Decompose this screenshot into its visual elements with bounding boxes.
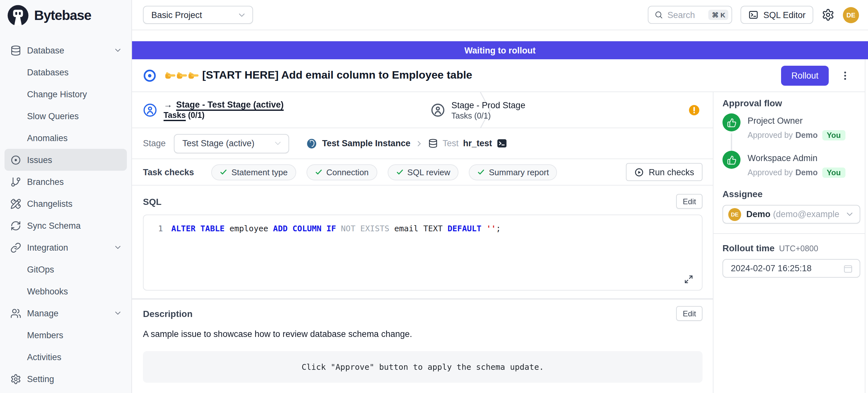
you-badge: You xyxy=(822,168,845,178)
project-selector-value: Basic Project xyxy=(151,10,202,20)
thumbs-up-icon xyxy=(727,118,736,127)
description-title: Description xyxy=(143,308,192,319)
approval-step-rail xyxy=(722,113,741,151)
chevron-down-icon xyxy=(844,209,854,219)
database-name[interactable]: hr_test xyxy=(463,139,492,148)
pointing-right-hand-icon xyxy=(188,70,199,81)
settings-gear-icon[interactable] xyxy=(822,8,835,21)
stage-selector-row: Stage Test Stage (active) Test Sample In… xyxy=(132,128,713,159)
sidebar-item-changelists[interactable]: Changelists xyxy=(4,193,127,215)
assignee-select[interactable]: DE Demo (demo@example xyxy=(722,205,860,223)
brand-name: Bytebase xyxy=(34,7,91,23)
sql-section: SQL Edit 1ALTER TABLE employee ADD COLUM… xyxy=(132,186,713,291)
sidebar-item-label: Database xyxy=(27,46,64,55)
sidebar-item-issues[interactable]: Issues xyxy=(4,149,127,171)
stage-user-icon-active xyxy=(143,103,157,117)
chevron-down-icon xyxy=(113,46,122,55)
rollout-time-input[interactable]: 2024-02-07 16:25:18 xyxy=(722,259,860,278)
sidebar-item-label: Integration xyxy=(27,243,68,252)
approval-status-prefix: Approved by xyxy=(748,131,793,140)
sidebar-item-anomalies[interactable]: Anomalies xyxy=(4,127,127,149)
issue-title: [START HERE] Add email column to Employe… xyxy=(202,69,472,82)
stage-prod-stage[interactable]: Stage - Prod Stage Tasks (0/1) xyxy=(431,92,525,128)
check-icon xyxy=(396,168,403,176)
rollout-button[interactable]: Rollout xyxy=(781,65,829,85)
approval-connector xyxy=(731,133,732,151)
sidebar-item-databases[interactable]: Databases xyxy=(4,61,127,83)
sidebar-item-setting[interactable]: Setting xyxy=(4,368,127,390)
chevron-right-icon xyxy=(415,139,424,148)
git-branch-icon xyxy=(10,176,21,187)
link-icon xyxy=(10,242,21,253)
main-area: Basic Project Search ⌘ K SQL Editor DE W… xyxy=(132,0,868,393)
sidebar-item-activities[interactable]: Activities xyxy=(4,346,127,368)
stage-test-stage[interactable]: →Stage - Test Stage (active) Tasks (0/1) xyxy=(143,100,284,120)
sidebar-item-sync-schema[interactable]: Sync Schema xyxy=(4,215,127,237)
approver-name: Demo xyxy=(795,131,817,140)
sidebar-item-change-history[interactable]: Change History xyxy=(4,83,127,105)
check-summary-report[interactable]: Summary report xyxy=(469,164,557,180)
thumbs-up-icon xyxy=(727,155,736,164)
app-window: Bytebase Database Databases Change Histo… xyxy=(0,0,868,393)
sidebar-item-database[interactable]: Database xyxy=(4,39,127,61)
bytebase-logo-icon xyxy=(7,4,29,26)
sidebar-item-branches[interactable]: Branches xyxy=(4,171,127,193)
check-label: Summary report xyxy=(489,167,549,177)
sidebar-item-label: Webhooks xyxy=(27,286,68,296)
chevron-down-icon xyxy=(113,309,122,318)
sql-edit-button[interactable]: Edit xyxy=(676,194,703,209)
stage-tasks[interactable]: Tasks (0/1) xyxy=(452,111,525,120)
current-stage-arrow: → xyxy=(163,100,172,110)
expand-icon[interactable] xyxy=(684,274,693,284)
pointing-hand-icons xyxy=(165,70,199,81)
user-avatar[interactable]: DE xyxy=(843,7,859,23)
sql-code-editor[interactable]: 1ALTER TABLE employee ADD COLUMN IF NOT … xyxy=(143,215,703,291)
assignee-title: Assignee xyxy=(722,189,860,199)
sidebar-item-gitops[interactable]: GitOps xyxy=(4,259,127,280)
search-placeholder: Search xyxy=(668,10,705,20)
calendar-icon xyxy=(843,263,853,273)
topbar-actions: Search ⌘ K SQL Editor DE xyxy=(648,6,859,24)
search-input[interactable]: Search ⌘ K xyxy=(648,6,733,24)
sql-editor-label: SQL Editor xyxy=(763,10,806,20)
sql-token: employee xyxy=(229,223,273,233)
stage-name-line: →Stage - Test Stage (active) xyxy=(163,100,284,110)
status-banner: Waiting to rollout xyxy=(132,41,868,59)
chevron-down-icon xyxy=(113,243,122,252)
sidebar-item-integration[interactable]: Integration xyxy=(4,237,127,259)
sidebar-item-webhooks[interactable]: Webhooks xyxy=(4,280,127,302)
sidebar: Bytebase Database Databases Change Histo… xyxy=(0,0,132,393)
sidebar-item-label: Members xyxy=(27,330,63,340)
more-actions-icon[interactable] xyxy=(840,70,850,81)
assignee-email: (demo@example xyxy=(773,209,839,219)
rollout-time-value: 2024-02-07 16:25:18 xyxy=(731,264,812,273)
sidebar-item-manage[interactable]: Manage xyxy=(4,302,127,324)
postgresql-icon xyxy=(306,138,318,149)
chevron-down-icon xyxy=(237,10,247,20)
sidebar-item-slow-queries[interactable]: Slow Queries xyxy=(4,105,127,127)
instance-name[interactable]: Test Sample Instance xyxy=(322,139,410,148)
approval-step-text: Project Owner Approved by Demo You xyxy=(748,113,845,151)
scrollbar-track[interactable] xyxy=(865,59,868,393)
issue-title-row: [START HERE] Add email column to Employe… xyxy=(132,59,868,92)
stage-tasks[interactable]: Tasks (0/1) xyxy=(163,111,284,120)
approver-name: Demo xyxy=(795,168,817,177)
check-connection[interactable]: Connection xyxy=(307,164,377,180)
sidebar-item-label: Manage xyxy=(27,308,59,318)
open-sql-editor-icon[interactable] xyxy=(496,138,507,149)
stage-select[interactable]: Test Stage (active) xyxy=(174,134,289,153)
brand-logo[interactable]: Bytebase xyxy=(0,0,131,30)
description-edit-button[interactable]: Edit xyxy=(676,306,703,321)
check-sql-review[interactable]: SQL review xyxy=(387,164,459,180)
description-section-header: Description Edit xyxy=(143,306,703,321)
sql-editor-button[interactable]: SQL Editor xyxy=(741,6,813,24)
sidebar-item-label: Databases xyxy=(27,67,69,77)
check-statement-type[interactable]: Statement type xyxy=(212,164,296,180)
assignee-avatar: DE xyxy=(728,208,741,221)
sql-token: DEFAULT xyxy=(447,223,486,233)
run-checks-button[interactable]: Run checks xyxy=(626,163,703,181)
sidebar-item-label: Branches xyxy=(27,177,64,186)
sql-token: '' xyxy=(486,223,496,233)
project-selector[interactable]: Basic Project xyxy=(143,6,253,24)
sidebar-item-members[interactable]: Members xyxy=(4,324,127,346)
